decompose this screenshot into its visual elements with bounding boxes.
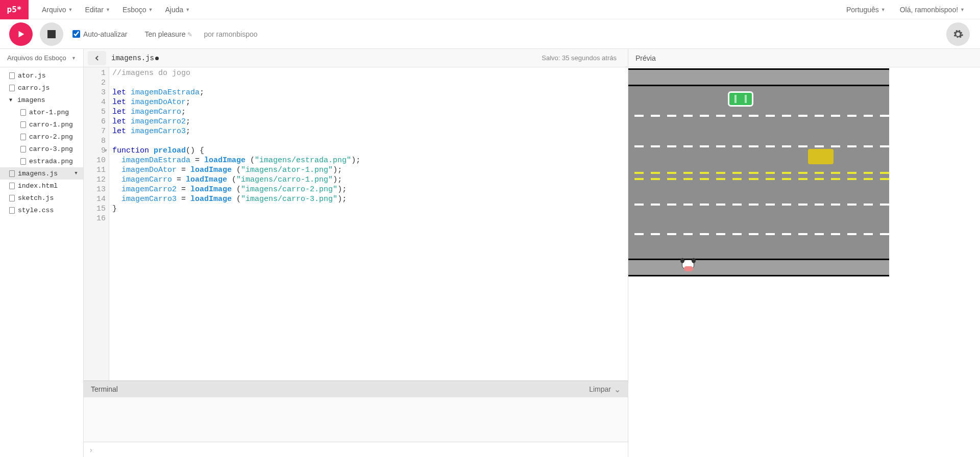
road-shoulder-top xyxy=(628,70,889,86)
sketch-canvas[interactable] xyxy=(628,68,889,276)
folder-arrow-icon: ▼ xyxy=(9,97,14,103)
chevron-down-icon[interactable]: ⌄ xyxy=(614,385,621,394)
preview-area: Prévia xyxy=(628,49,980,457)
main-content: Arquivos do Esboço▼ ator.jscarro.js▼imag… xyxy=(0,49,980,457)
menu-items-left: Arquivo▼ Editar▼ Esboço▼ Ajuda▼ xyxy=(37,2,841,18)
play-button[interactable] xyxy=(9,22,33,46)
auto-refresh-label: Auto-atualizar xyxy=(83,30,127,38)
chevron-down-icon: ▼ xyxy=(68,7,72,12)
auto-refresh-toggle[interactable]: Auto-atualizar xyxy=(72,30,127,38)
toolbar: Auto-atualizar Ten pleasure ✎ por ramonb… xyxy=(0,19,980,49)
file-item-carro-2-png[interactable]: carro-2.png xyxy=(0,131,83,143)
menu-ajuda[interactable]: Ajuda▼ xyxy=(160,2,195,18)
fold-marker-icon[interactable]: ▼ xyxy=(105,146,107,156)
gear-icon xyxy=(952,29,964,40)
line-number-gutter: 123456789▼10111213141516 xyxy=(84,67,109,380)
stop-icon xyxy=(47,30,56,38)
car-sprite-yellow xyxy=(808,149,834,164)
auto-refresh-checkbox[interactable] xyxy=(72,30,80,38)
chevron-down-icon: ▼ xyxy=(881,7,886,12)
chevron-right-icon: › xyxy=(90,446,92,454)
save-status: Salvo: 35 segundos atrás xyxy=(542,54,617,62)
pencil-icon: ✎ xyxy=(187,31,192,38)
file-icon xyxy=(20,134,26,140)
actor-sprite xyxy=(680,260,696,274)
preview-canvas-wrap xyxy=(628,67,980,457)
menu-esboco[interactable]: Esboço▼ xyxy=(117,2,158,18)
chevron-left-icon xyxy=(94,55,100,61)
chevron-down-icon: ▼ xyxy=(106,7,110,12)
file-item-ator-js[interactable]: ator.js xyxy=(0,69,83,82)
terminal-output xyxy=(84,397,628,442)
chevron-down-icon: ▼ xyxy=(149,7,153,12)
file-item-carro-3-png[interactable]: carro-3.png xyxy=(0,143,83,155)
current-file-tab[interactable]: imagens.js xyxy=(111,54,159,62)
chevron-down-icon: ▼ xyxy=(71,56,76,61)
road-background xyxy=(628,70,889,275)
sidebar-header[interactable]: Arquivos do Esboço▼ xyxy=(0,49,83,67)
file-item-index-html[interactable]: index.html xyxy=(0,180,83,192)
terminal-label: Terminal xyxy=(91,385,118,393)
file-tree: ator.jscarro.js▼imagensator-1.pngcarro-1… xyxy=(0,67,83,457)
file-item-imagens-js[interactable]: imagens.js▼ xyxy=(0,167,83,180)
p5-logo[interactable]: p5* xyxy=(0,0,29,19)
file-icon xyxy=(20,158,26,165)
chevron-down-icon[interactable]: ▼ xyxy=(73,171,79,176)
code-editor[interactable]: 123456789▼10111213141516 //imagens do jo… xyxy=(84,67,628,380)
file-item-style-css[interactable]: style.css xyxy=(0,204,83,216)
file-icon xyxy=(9,183,15,189)
stop-button[interactable] xyxy=(40,22,63,46)
chevron-down-icon: ▼ xyxy=(960,7,965,12)
play-icon xyxy=(16,30,26,39)
project-name[interactable]: Ten pleasure ✎ xyxy=(144,30,192,38)
center-line xyxy=(628,178,889,180)
terminal-clear-button[interactable]: Limpar xyxy=(589,385,611,393)
menu-account[interactable]: Olá, ramonbispoo!▼ xyxy=(895,2,970,18)
file-item-sketch-js[interactable]: sketch.js xyxy=(0,192,83,204)
preview-header: Prévia xyxy=(628,49,980,67)
menu-items-right: Português▼ Olá, ramonbispoo!▼ xyxy=(841,2,970,18)
file-item-carro-js[interactable]: carro.js xyxy=(0,82,83,94)
file-item-carro-1-png[interactable]: carro-1.png xyxy=(0,118,83,131)
car-sprite-green xyxy=(728,91,753,107)
code-content[interactable]: //imagens do jogo let imagemDaEstrada; l… xyxy=(109,67,360,380)
file-sidebar: Arquivos do Esboço▼ ator.jscarro.js▼imag… xyxy=(0,49,84,457)
file-icon xyxy=(20,146,26,153)
file-item-imagens[interactable]: ▼imagens xyxy=(0,94,83,106)
menu-language[interactable]: Português▼ xyxy=(841,2,891,18)
lane-marking xyxy=(628,145,889,147)
editor-area: imagens.js Salvo: 35 segundos atrás 1234… xyxy=(84,49,628,457)
terminal-header[interactable]: Terminal Limpar ⌄ xyxy=(84,381,628,397)
settings-button[interactable] xyxy=(946,22,970,46)
terminal-panel: Terminal Limpar ⌄ › xyxy=(84,380,628,457)
lane-marking xyxy=(628,115,889,117)
chevron-down-icon: ▼ xyxy=(185,7,190,12)
file-icon xyxy=(9,72,15,79)
unsaved-indicator-icon xyxy=(155,57,159,60)
road-shoulder-bottom xyxy=(628,259,889,275)
center-line xyxy=(628,172,889,174)
file-icon xyxy=(9,195,15,201)
project-author: por ramonbispoo xyxy=(204,30,257,38)
menu-arquivo[interactable]: Arquivo▼ xyxy=(37,2,78,18)
terminal-input[interactable]: › xyxy=(84,442,628,457)
editor-tab-bar: imagens.js Salvo: 35 segundos atrás xyxy=(84,49,628,67)
file-icon xyxy=(9,207,15,214)
file-icon xyxy=(20,109,26,116)
file-item-ator-1-png[interactable]: ator-1.png xyxy=(0,106,83,118)
file-icon xyxy=(9,170,15,177)
lane-marking xyxy=(628,204,889,206)
menu-editar[interactable]: Editar▼ xyxy=(80,2,115,18)
file-icon xyxy=(9,85,15,91)
file-icon xyxy=(20,121,26,128)
file-item-estrada-png[interactable]: estrada.png xyxy=(0,155,83,167)
lane-marking xyxy=(628,233,889,235)
top-menu-bar: p5* Arquivo▼ Editar▼ Esboço▼ Ajuda▼ Port… xyxy=(0,0,980,19)
collapse-sidebar-button[interactable] xyxy=(88,51,106,65)
